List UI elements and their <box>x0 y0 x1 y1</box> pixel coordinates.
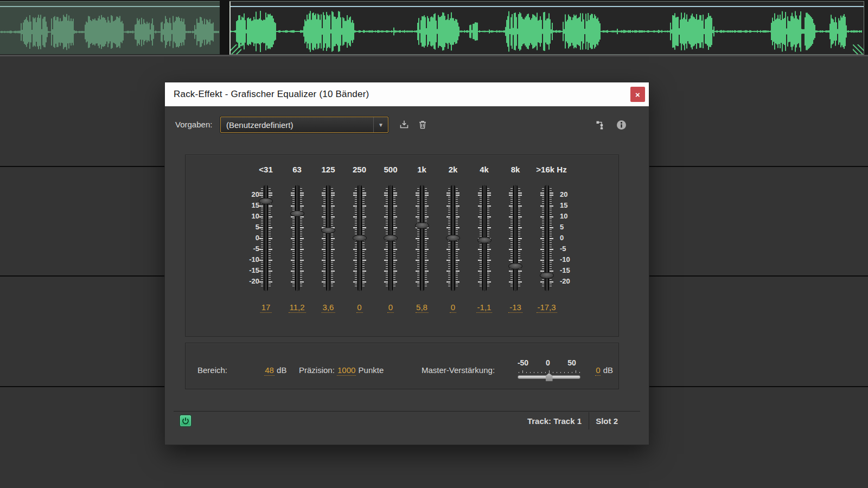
eq-band-value[interactable]: 5,8 <box>415 303 429 313</box>
master-slider-tick <box>579 372 580 373</box>
eq-slider-knob[interactable] <box>508 263 522 269</box>
save-preset-button[interactable] <box>398 119 410 131</box>
effect-dialog: Rack-Effekt - Grafischer Equalizer (10 B… <box>164 82 649 445</box>
master-gain-unit: dB <box>603 365 613 375</box>
audio-clip-selected[interactable] <box>0 1 220 54</box>
audio-clip[interactable] <box>229 1 864 55</box>
presets-dropdown[interactable]: (Benutzerdefiniert) ▼ <box>220 117 388 133</box>
master-gain-slider[interactable]: -50050 <box>518 358 580 378</box>
slider-track[interactable] <box>326 185 330 291</box>
eq-band-slider[interactable] <box>477 185 492 291</box>
master-slider-tick <box>568 372 569 373</box>
eq-band-slider[interactable] <box>321 185 335 291</box>
fade-handle-icon[interactable] <box>853 44 864 54</box>
slider-track[interactable] <box>420 185 424 291</box>
eq-band-slider[interactable] <box>290 185 304 291</box>
master-gain-label-wrap: Master-Verstärkung: <box>422 365 495 375</box>
routing-button[interactable] <box>595 119 607 131</box>
volume-envelope-line[interactable] <box>231 6 864 7</box>
slider-ticks <box>300 188 304 288</box>
slider-track[interactable] <box>295 185 299 291</box>
footer-divider <box>589 412 589 429</box>
range-value[interactable]: 48 <box>264 365 275 376</box>
master-scale-label: 50 <box>567 358 576 367</box>
slider-ticks <box>292 188 295 288</box>
clip-gap <box>220 0 229 55</box>
footer-separator <box>174 411 640 412</box>
eq-slider-knob[interactable] <box>290 210 304 217</box>
footer-track-label: Track: Track 1 <box>527 415 582 427</box>
eq-band-value[interactable]: 3,6 <box>322 303 335 313</box>
info-button[interactable] <box>615 119 627 131</box>
eq-band-value[interactable]: -17,3 <box>536 303 557 313</box>
eq-band-freq-label: 2k <box>449 165 458 174</box>
eq-band-freq-label: 1k <box>417 165 426 174</box>
chevron-down-icon: ▼ <box>378 122 384 128</box>
eq-band-slider[interactable] <box>540 185 554 291</box>
eq-band-value[interactable]: 0 <box>356 303 362 313</box>
eq-band-slider[interactable] <box>446 185 460 291</box>
master-gain-label: Master-Verstärkung: <box>422 365 495 375</box>
precision-label: Präzision: <box>299 365 335 375</box>
eq-slider-knob[interactable] <box>321 227 335 234</box>
eq-slider-knob[interactable] <box>384 235 398 241</box>
info-icon <box>616 120 627 130</box>
slider-ticks <box>425 188 429 288</box>
eq-band-slider[interactable] <box>508 185 522 291</box>
eq-band-value[interactable]: 11,2 <box>288 303 305 313</box>
settings-panel: Bereich: 48 dB Präzision: 1000 Punkte Ma… <box>185 343 619 389</box>
db-scale-tick-label: -20 <box>560 277 570 286</box>
eq-slider-knob[interactable] <box>259 198 273 204</box>
master-slider-tick <box>572 372 572 373</box>
master-slider-tick <box>538 372 538 373</box>
db-scale-tick-label: 10 <box>252 212 259 221</box>
master-slider-thumb[interactable] <box>546 373 553 381</box>
master-gain-value[interactable]: 0 <box>595 365 601 376</box>
slider-ticks <box>417 188 419 288</box>
eq-band-value[interactable]: -13 <box>508 303 522 313</box>
dialog-titlebar[interactable]: Rack-Effekt - Grafischer Equalizer (10 B… <box>165 82 649 106</box>
close-button[interactable]: × <box>630 87 645 102</box>
delete-preset-button[interactable] <box>417 119 429 131</box>
slider-track[interactable] <box>513 185 518 291</box>
eq-band-freq-label: 500 <box>384 165 397 174</box>
eq-band-value[interactable]: -1,1 <box>476 303 493 313</box>
master-slider-tick <box>526 372 527 373</box>
db-scale-tick-label: -10 <box>560 255 570 264</box>
db-scale-tick-label: -15 <box>249 266 259 275</box>
eq-slider-knob[interactable] <box>540 272 554 279</box>
db-scale-tick-label: -5 <box>560 245 566 253</box>
master-scale-label: -50 <box>518 358 528 367</box>
eq-band-freq-label: 250 <box>353 165 366 174</box>
eq-slider-knob[interactable] <box>415 222 429 229</box>
volume-envelope-line[interactable] <box>0 6 220 7</box>
db-scale-tick-label: 0 <box>560 234 564 242</box>
eq-band-value[interactable]: 0 <box>450 303 456 313</box>
waveform-left <box>0 2 220 54</box>
db-scale-tick-label: 20 <box>252 190 259 199</box>
eq-band-value[interactable]: 0 <box>387 303 394 313</box>
master-slider-tick <box>553 372 553 373</box>
precision-value[interactable]: 1000 <box>337 365 356 376</box>
slider-ticks <box>331 188 335 288</box>
eq-band-slider[interactable] <box>353 185 367 291</box>
effect-power-button[interactable] <box>180 415 192 427</box>
db-scale-tick-label: 15 <box>252 201 259 210</box>
fade-handle-icon[interactable] <box>231 44 241 54</box>
eq-band-freq-label: 125 <box>321 165 335 174</box>
eq-band-value[interactable]: 17 <box>260 303 272 313</box>
waveform-right <box>231 2 863 53</box>
eq-band-freq-label: <31 <box>259 165 272 174</box>
master-slider-tick <box>534 372 534 373</box>
routing-icon <box>596 120 605 130</box>
eq-slider-knob[interactable] <box>353 235 367 241</box>
eq-band-freq-label: 4k <box>480 165 489 174</box>
eq-band-slider[interactable] <box>384 185 398 291</box>
eq-band-freq-label: 63 <box>292 165 302 174</box>
master-slider-tick <box>564 372 565 373</box>
eq-band-slider[interactable] <box>259 185 273 291</box>
eq-slider-knob[interactable] <box>446 235 460 241</box>
db-scale-tick-label: 10 <box>560 212 567 221</box>
eq-band-slider[interactable] <box>415 185 429 291</box>
equalizer-panel: 20151050-5-10-15-20 20151050-5-10-15-20 … <box>185 155 619 337</box>
